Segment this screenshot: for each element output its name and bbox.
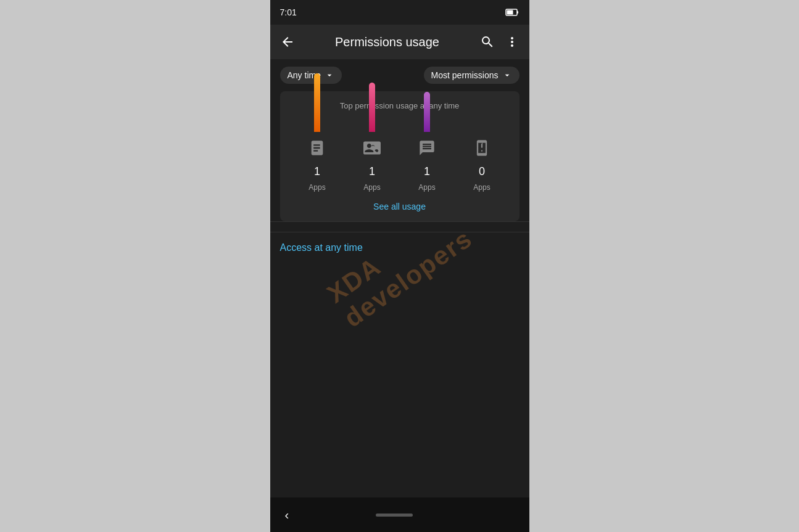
permission-bar-contacts[interactable]: 1 Apps bbox=[345, 70, 400, 192]
nav-back-button[interactable]: ‹ bbox=[285, 508, 289, 522]
chart-area: 1 Apps 1 Apps bbox=[290, 118, 510, 192]
main-content: Any time Most permissions Top permission… bbox=[270, 59, 529, 497]
app-bar-actions bbox=[475, 30, 524, 54]
bottom-nav: ‹ bbox=[270, 497, 529, 532]
more-options-button[interactable] bbox=[500, 30, 524, 54]
device-info-count: 0 bbox=[479, 165, 485, 178]
phone-frame: 7:01 Permissions usage bbox=[270, 0, 529, 532]
access-section: Access at any time bbox=[270, 232, 529, 253]
search-icon bbox=[480, 35, 495, 49]
page-title: Permissions usage bbox=[305, 35, 470, 49]
phone-log-label: Apps bbox=[308, 183, 325, 192]
sms-label: Apps bbox=[418, 183, 435, 192]
sms-count: 1 bbox=[424, 165, 430, 178]
permission-bar-sms[interactable]: 1 Apps bbox=[400, 70, 455, 192]
phone-log-count: 1 bbox=[314, 165, 320, 178]
device-info-label: Apps bbox=[473, 183, 490, 192]
more-options-icon bbox=[505, 35, 520, 49]
search-button[interactable] bbox=[475, 30, 500, 54]
back-icon bbox=[280, 35, 295, 49]
see-all-usage-link[interactable]: See all usage bbox=[290, 202, 510, 211]
back-button[interactable] bbox=[275, 30, 300, 54]
bar-phone-log bbox=[314, 73, 320, 132]
contacts-icon bbox=[363, 139, 381, 160]
status-bar: 7:01 bbox=[270, 0, 529, 25]
permission-bar-phone[interactable]: 1 Apps bbox=[290, 70, 345, 192]
phone-log-icon bbox=[308, 139, 326, 160]
status-icons bbox=[505, 5, 520, 20]
contacts-label: Apps bbox=[363, 183, 380, 192]
app-bar: Permissions usage bbox=[270, 25, 529, 59]
nav-home-indicator[interactable] bbox=[376, 514, 413, 517]
bar-contacts bbox=[369, 83, 375, 132]
chart-section: Top permission usage at any time 1 Apps bbox=[280, 91, 520, 221]
sms-icon bbox=[418, 139, 436, 160]
battery-icon bbox=[505, 5, 520, 20]
permission-bar-device-info[interactable]: 0 Apps bbox=[455, 70, 510, 192]
status-time: 7:01 bbox=[280, 7, 297, 17]
svg-rect-1 bbox=[517, 11, 518, 14]
device-info-icon bbox=[473, 139, 491, 160]
svg-rect-2 bbox=[507, 10, 513, 15]
contacts-count: 1 bbox=[369, 165, 375, 178]
bar-sms bbox=[424, 92, 430, 132]
access-at-any-time-link[interactable]: Access at any time bbox=[280, 242, 363, 253]
